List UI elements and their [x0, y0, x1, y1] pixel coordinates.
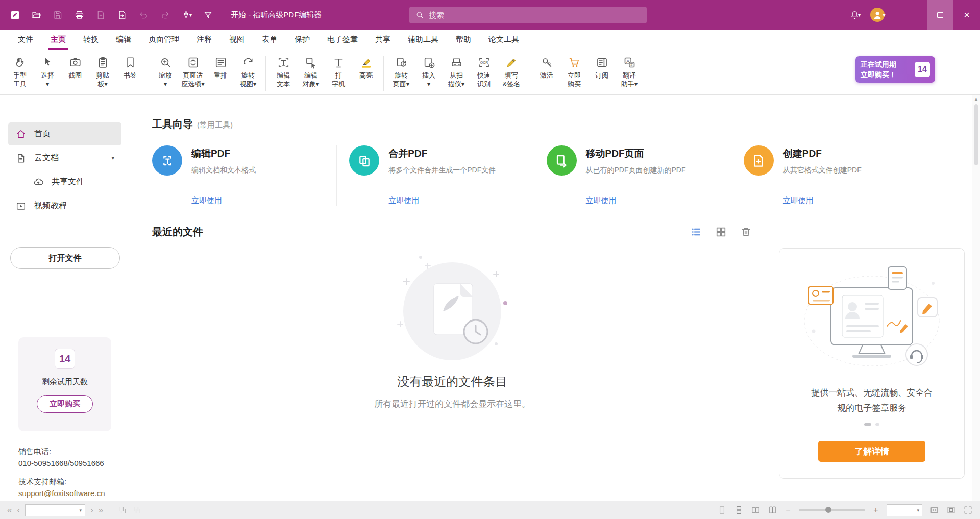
trial-buy-badge[interactable]: 正在试用期 立即购买！ 14: [855, 56, 935, 83]
app-logo[interactable]: [5, 5, 24, 24]
ribbon-tool-subscribe[interactable]: 订阅: [588, 53, 616, 81]
ribbon-tool-edit-object[interactable]: 编辑 对象▾: [297, 53, 325, 90]
ribbon-tool-snapshot[interactable]: 截图: [61, 53, 89, 81]
single-page-view-icon[interactable]: [717, 505, 727, 515]
search-input[interactable]: [429, 11, 641, 19]
search-box[interactable]: [409, 7, 647, 23]
prev-page-button[interactable]: ‹: [17, 505, 20, 515]
ribbon-tool-edit-text[interactable]: 编辑 文本: [270, 53, 297, 90]
open-file-button[interactable]: 打开文件: [10, 247, 120, 269]
menu-form[interactable]: 表单: [253, 30, 286, 50]
minimize-button[interactable]: [900, 0, 927, 30]
grid-view-icon[interactable]: [715, 226, 727, 238]
copy-status-icon[interactable]: [132, 505, 142, 515]
sidebar-item-shared-files[interactable]: 共享文件: [26, 170, 121, 193]
book-view-icon[interactable]: [768, 505, 777, 515]
carousel-dot-active[interactable]: [864, 423, 871, 426]
carousel-dot[interactable]: [875, 423, 879, 426]
card-move-pdf-pages[interactable]: 移动PDF页面 从已有的PDF页面创建新的PDF 立即使用: [534, 145, 731, 206]
ribbon-tool-translate[interactable]: A文 翻译 助手▾: [616, 53, 643, 90]
maximize-button[interactable]: [927, 0, 953, 30]
learn-more-button[interactable]: 了解详情: [818, 441, 925, 462]
use-now-link[interactable]: 立即使用: [783, 196, 814, 206]
menu-edit[interactable]: 编辑: [107, 30, 140, 50]
export-doc-icon[interactable]: [91, 5, 110, 24]
zoom-out-button[interactable]: −: [785, 506, 792, 515]
vertical-scrollbar[interactable]: ▲: [972, 95, 980, 501]
ribbon-tool-highlight[interactable]: 高亮: [352, 53, 380, 81]
menu-convert[interactable]: 转换: [75, 30, 107, 50]
menu-esign[interactable]: 电子签章: [318, 30, 366, 50]
fit-width-icon[interactable]: [929, 505, 939, 515]
sidebar-item-home[interactable]: 首页: [8, 122, 121, 145]
card-create-pdf[interactable]: 创建PDF 从其它格式文件创建PDF 立即使用: [731, 145, 928, 206]
menu-paper-tools[interactable]: 论文工具: [480, 30, 528, 50]
ribbon-tool-rotate-pages[interactable]: 旋转 页面▾: [387, 53, 415, 90]
ribbon-tool-typewriter[interactable]: 打 字机: [325, 53, 352, 90]
zoom-dropdown-caret[interactable]: ▾: [917, 508, 919, 513]
sidebar-item-video-tutorials[interactable]: 视频教程: [8, 194, 121, 217]
ribbon-tool-from-scanner[interactable]: 从扫 描仪▾: [443, 53, 470, 90]
use-now-link[interactable]: 立即使用: [388, 196, 419, 206]
menu-share[interactable]: 共享: [366, 30, 399, 50]
menu-protect[interactable]: 保护: [286, 30, 318, 50]
last-page-button[interactable]: »: [99, 505, 103, 515]
ribbon-tool-hand[interactable]: 手型 工具: [6, 53, 34, 90]
toolbar-filter-icon[interactable]: [198, 5, 217, 24]
support-email-link[interactable]: support@foxitsoftware.cn: [18, 488, 105, 500]
open-file-icon[interactable]: [27, 5, 46, 24]
chevron-down-icon[interactable]: ▾: [111, 155, 114, 161]
menu-view[interactable]: 视图: [220, 30, 253, 50]
list-view-icon[interactable]: [690, 226, 702, 238]
use-now-link[interactable]: 立即使用: [191, 196, 222, 206]
undo-icon[interactable]: [134, 5, 153, 24]
sidebar-item-cloud-docs[interactable]: 云文档 ▾: [8, 146, 121, 169]
continuous-view-icon[interactable]: [734, 505, 744, 515]
ribbon-tool-insert-pages[interactable]: 插入 ▾: [415, 53, 443, 90]
ribbon-tool-fill-sign[interactable]: 填写 &签名: [498, 53, 525, 90]
menu-file[interactable]: 文件: [9, 30, 42, 50]
menu-home[interactable]: 主页: [42, 30, 75, 50]
menu-help[interactable]: 帮助: [447, 30, 480, 50]
zoom-slider[interactable]: [799, 509, 865, 511]
zoom-in-button[interactable]: +: [872, 506, 879, 515]
card-merge-pdf[interactable]: 合并PDF 将多个文件合并生成一个PDF文件 立即使用: [336, 145, 533, 206]
card-edit-pdf[interactable]: 编辑PDF 编辑文档和文本格式 立即使用: [152, 145, 336, 206]
ribbon-tool-bookmark[interactable]: 书签: [116, 53, 144, 81]
first-page-button[interactable]: «: [7, 505, 12, 515]
zoom-level-input[interactable]: [890, 506, 917, 514]
ribbon-tool-reflow[interactable]: 重排: [207, 53, 234, 81]
next-page-button[interactable]: ›: [90, 505, 93, 515]
menu-comment[interactable]: 注释: [188, 30, 220, 50]
ribbon-tool-select[interactable]: 选择 ▾: [34, 53, 61, 90]
account-avatar[interactable]: ▾: [865, 5, 891, 24]
ribbon-tool-rotate-view[interactable]: 旋转 视图▾: [234, 53, 262, 90]
ribbon-tool-fit-options[interactable]: 页面适 应选项▾: [179, 53, 207, 90]
ribbon-tool-quick-ocr[interactable]: OCR 快速 识别: [470, 53, 498, 90]
menu-accessibility[interactable]: 辅助工具: [399, 30, 447, 50]
use-now-link[interactable]: 立即使用: [586, 196, 617, 206]
buy-now-button[interactable]: 立即购买: [37, 395, 93, 413]
carousel-dots[interactable]: [864, 423, 879, 426]
redo-icon[interactable]: [155, 5, 175, 24]
fit-page-icon[interactable]: [946, 505, 956, 515]
trash-icon[interactable]: [740, 226, 752, 238]
notifications-bell-icon[interactable]: ▾: [845, 5, 865, 24]
close-button[interactable]: ×: [953, 0, 980, 30]
ribbon-tool-clipboard[interactable]: 剪贴 板▾: [89, 53, 116, 90]
ribbon-tool-activate[interactable]: 激活: [533, 53, 560, 81]
ribbon-tool-buy-now[interactable]: 立即 购买: [560, 53, 588, 90]
fullscreen-icon[interactable]: [963, 505, 973, 515]
menu-page-manage[interactable]: 页面管理: [140, 30, 188, 50]
scrollbar-thumb[interactable]: [974, 104, 978, 165]
scroll-up-icon[interactable]: ▲: [974, 96, 978, 102]
page-number-input[interactable]: [29, 506, 76, 514]
save-icon[interactable]: [48, 5, 67, 24]
ribbon-tool-zoom[interactable]: 缩放 ▾: [152, 53, 179, 90]
snapshot-status-icon[interactable]: [117, 505, 127, 515]
convert-doc-icon[interactable]: [112, 5, 132, 24]
zoom-slider-handle[interactable]: [825, 507, 831, 513]
esign-icon[interactable]: ▾: [177, 5, 196, 24]
two-page-view-icon[interactable]: [751, 505, 761, 515]
zoom-level-box[interactable]: ▾: [887, 504, 922, 516]
